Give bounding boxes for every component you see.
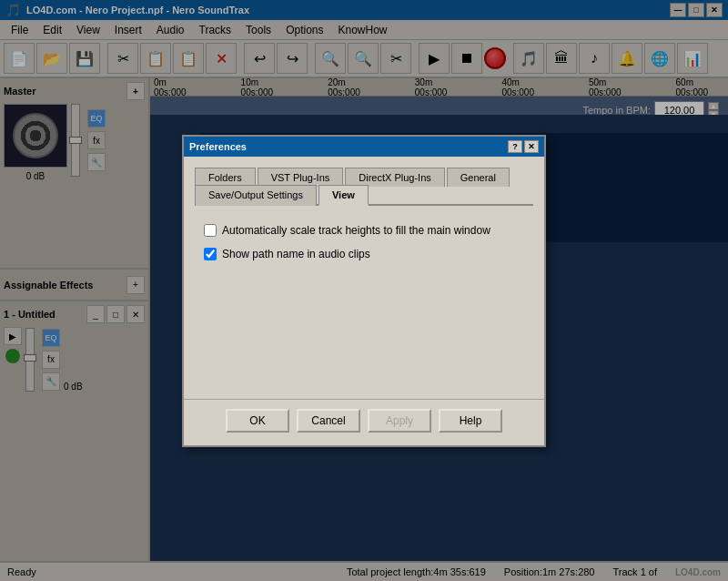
tab-view-content: Automatically scale track heights to fil…	[195, 206, 533, 388]
dialog-content-area: Folders VST Plug-Ins DirectX Plug-Ins Ge…	[184, 157, 544, 399]
tab-directx[interactable]: DirectX Plug-Ins	[345, 168, 444, 187]
dialog-title: Preferences	[189, 141, 508, 152]
preferences-dialog: Preferences ? ✕ Folders VST Plug-Ins Dir…	[182, 135, 546, 447]
ok-button[interactable]: OK	[226, 409, 289, 433]
tab-view[interactable]: View	[318, 185, 369, 206]
checkbox-autoscale-label: Automatically scale track heights to fil…	[222, 224, 490, 237]
checkbox-pathname[interactable]	[204, 248, 217, 260]
dialog-tabs: Folders VST Plug-Ins DirectX Plug-Ins Ge…	[195, 168, 533, 206]
cancel-button[interactable]: Cancel	[297, 409, 360, 433]
checkbox-row-1: Automatically scale track heights to fil…	[204, 224, 524, 237]
dialog-overlay: Preferences ? ✕ Folders VST Plug-Ins Dir…	[0, 0, 728, 581]
help-button[interactable]: Help	[439, 409, 502, 433]
dialog-help-btn[interactable]: ?	[508, 140, 522, 153]
tab-general[interactable]: General	[447, 168, 510, 187]
checkbox-row-2: Show path name in audio clips	[204, 248, 524, 260]
tab-save-output[interactable]: Save/Output Settings	[195, 185, 317, 206]
dialog-titlebar: Preferences ? ✕	[184, 137, 544, 157]
dialog-close-btn[interactable]: ✕	[524, 140, 539, 153]
dialog-buttons: OK Cancel Apply Help	[184, 399, 544, 445]
checkbox-autoscale[interactable]	[204, 224, 217, 237]
tab-folders[interactable]: Folders	[195, 168, 256, 187]
checkbox-pathname-label: Show path name in audio clips	[222, 248, 370, 260]
apply-button[interactable]: Apply	[368, 409, 431, 433]
dialog-window-btns: ? ✕	[508, 140, 539, 153]
tab-vst[interactable]: VST Plug-Ins	[258, 168, 344, 187]
